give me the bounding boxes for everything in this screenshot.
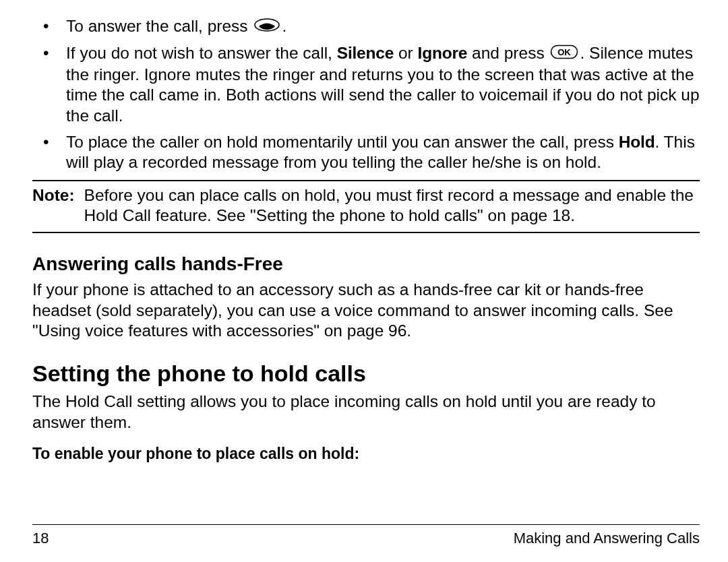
ignore-label: Ignore xyxy=(418,44,468,62)
text: . xyxy=(282,17,286,35)
call-key-icon xyxy=(253,17,280,38)
divider xyxy=(32,232,700,233)
holdcalls-subhead: To enable your phone to place calls on h… xyxy=(32,444,700,464)
text: If you do not wish to answer the call, xyxy=(66,44,337,62)
page-footer: 18 Making and Answering Calls xyxy=(32,524,700,548)
note-text: Before you can place calls on hold, you … xyxy=(84,185,700,226)
holdcalls-heading: Setting the phone to hold calls xyxy=(32,359,700,388)
silence-label: Silence xyxy=(337,44,394,62)
list-item: If you do not wish to answer the call, S… xyxy=(32,43,700,127)
note-block: Note: Before you can place calls on hold… xyxy=(32,185,700,226)
holdcalls-text: The Hold Call setting allows you to plac… xyxy=(32,392,700,433)
handsfree-heading: Answering calls hands-Free xyxy=(32,252,700,276)
page-number: 18 xyxy=(32,529,49,548)
hold-label: Hold xyxy=(619,133,655,151)
note-label: Note: xyxy=(32,185,75,226)
instruction-list: To answer the call, press . If you do no… xyxy=(32,16,700,173)
text: To place the caller on hold momentarily … xyxy=(66,133,619,151)
divider xyxy=(32,180,700,181)
handsfree-text: If your phone is attached to an accessor… xyxy=(32,280,700,342)
ok-key-icon: OK xyxy=(550,44,578,65)
text: and press xyxy=(467,44,549,62)
section-title: Making and Answering Calls xyxy=(514,529,700,548)
list-item: To place the caller on hold momentarily … xyxy=(32,132,700,173)
list-item: To answer the call, press . xyxy=(32,16,700,38)
text: To answer the call, press xyxy=(66,17,252,35)
svg-text:OK: OK xyxy=(558,47,572,57)
text: or xyxy=(394,44,417,62)
